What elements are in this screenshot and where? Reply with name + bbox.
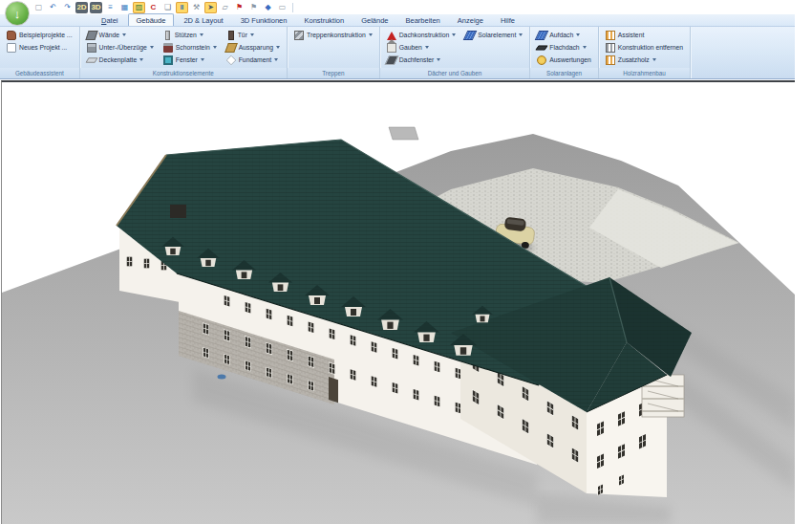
example-projects-icon: [7, 31, 16, 40]
remove-construction-icon: [606, 43, 615, 53]
view-3d-icon[interactable]: 3D: [90, 2, 102, 13]
evaluation-icon: [537, 55, 546, 65]
zusatzholz-button[interactable]: Zusatzholz: [603, 54, 686, 66]
roof-red-icon[interactable]: ⚑: [233, 2, 246, 13]
render-view-icon[interactable]: ▨: [133, 2, 145, 13]
treppenkonstruktion-button[interactable]: Treppenkonstruktion: [291, 29, 375, 41]
assistent-button[interactable]: Assistent: [603, 29, 686, 41]
dropdown-arrow-icon: [583, 46, 587, 49]
fenster-button[interactable]: Fenster: [160, 54, 220, 66]
aussparung-button[interactable]: Aussparung: [224, 41, 283, 54]
select-cursor-icon[interactable]: ➤: [204, 2, 217, 13]
redo-icon[interactable]: ↷: [61, 2, 74, 13]
ribbon-group-holzrahmenbau: Assistent Konstruktion entfernen Zusatzh…: [599, 27, 691, 78]
dropdown-arrow-icon: [200, 33, 203, 36]
flat-roof-solar-icon: [536, 45, 548, 50]
tab-2d-layout[interactable]: 2D & Layout: [176, 14, 230, 26]
dropdown-arrow-icon: [150, 46, 154, 49]
tab-konstruktion[interactable]: Konstruktion: [296, 14, 352, 26]
ribbon-group-daecher-und-gauben: Dachkonstruktion Gauben Dachfenster Sola…: [380, 27, 531, 78]
grid-view-icon[interactable]: ▦: [118, 2, 131, 13]
dropdown-arrow-icon: [213, 46, 217, 49]
chimney-icon: [163, 43, 173, 53]
group-label: Gebäudeassistent: [0, 68, 79, 78]
rooftop-structure: [389, 127, 418, 140]
roof-grey-icon[interactable]: ⚑: [247, 2, 260, 13]
stuetzen-button[interactable]: Stützen: [160, 29, 220, 41]
tab-datei[interactable]: Datei: [94, 14, 126, 26]
tab-gebaeude[interactable]: Gebäude: [128, 13, 175, 26]
recess-icon: [224, 43, 238, 53]
ribbon-group-gebaeudeassistent: Beispielprojekte ... Neues Projekt ... G…: [0, 27, 80, 78]
dormer-icon: [387, 43, 396, 53]
tab-3d-funktionen[interactable]: 3D Funktionen: [233, 14, 295, 26]
schornstein-button[interactable]: Schornstein: [160, 41, 220, 54]
tab-gelaende[interactable]: Gelände: [353, 14, 395, 26]
auswertungen-button[interactable]: Auswertungen: [534, 54, 593, 66]
tuer-button[interactable]: Tür: [224, 29, 283, 41]
group-label: Solaranlagen: [530, 68, 597, 78]
extra-timber-icon: [606, 55, 615, 65]
new-box-icon[interactable]: ▭: [276, 2, 288, 13]
tab-anzeige[interactable]: Anzeige: [450, 14, 491, 26]
dropdown-arrow-icon: [425, 46, 429, 49]
unter-ueberzuege-button[interactable]: Unter-/Überzüge: [84, 41, 157, 54]
dropdown-arrow-icon: [437, 58, 440, 61]
entrance-door: [329, 377, 338, 403]
dropdown-arrow-icon: [452, 33, 456, 36]
application-window: ↓ ▢ ↶ ↷ 2D 3D ≡ ▦ ▨ C ❏ ‖ ⚒ ➤ ▱ ⚑ ⚑ ◆ ▭ …: [0, 0, 795, 524]
konstruktion-entfernen-button[interactable]: Konstruktion entfernen: [603, 41, 686, 54]
solarelement-button[interactable]: Solarelement: [462, 29, 525, 41]
window-popout-icon[interactable]: ▱: [219, 2, 231, 13]
rooftop-solar-icon: [535, 31, 549, 40]
view-2d-icon[interactable]: 2D: [75, 2, 88, 13]
waende-button[interactable]: Wände: [84, 29, 157, 41]
group-label: Treppen: [288, 68, 379, 78]
neues-projekt-button[interactable]: Neues Projekt ...: [4, 41, 75, 54]
down-arrow-icon: ↓: [14, 7, 21, 21]
copy-view-icon[interactable]: ❏: [161, 2, 174, 13]
ribbon-empty-space: [691, 27, 795, 78]
app-menu-button[interactable]: ↓: [5, 1, 30, 26]
beispielprojekte-button[interactable]: Beispielprojekte ...: [4, 29, 75, 41]
dropdown-arrow-icon: [576, 33, 580, 36]
ribbon: Beispielprojekte ... Neues Projekt ... G…: [0, 27, 795, 79]
foundation-icon: [225, 55, 236, 65]
group-label: Konstruktionselemente: [80, 68, 287, 78]
undo-icon[interactable]: ↶: [47, 2, 59, 13]
aufdach-button[interactable]: Aufdach: [534, 29, 593, 41]
dropdown-arrow-icon: [369, 33, 373, 36]
gauben-button[interactable]: Gauben: [384, 41, 459, 54]
window-icon: [163, 55, 173, 65]
quick-access-toolbar: ▢ ↶ ↷ 2D 3D ≡ ▦ ▨ C ❏ ‖ ⚒ ➤ ▱ ⚑ ⚑ ◆ ▭: [32, 1, 295, 13]
door-icon: [228, 31, 234, 40]
dropdown-arrow-icon: [139, 58, 143, 61]
group-label: Dächer und Gauben: [380, 68, 530, 78]
tools-icon[interactable]: ⚒: [190, 2, 203, 13]
section-bars-icon[interactable]: ‖: [176, 2, 188, 13]
wall-icon: [85, 31, 97, 40]
layers-icon[interactable]: ≡: [104, 2, 117, 13]
tab-hilfe[interactable]: Hilfe: [493, 14, 523, 26]
chimney: [170, 205, 186, 218]
small-blue-object: [218, 375, 226, 380]
title-bar: ↓ ▢ ↶ ↷ 2D 3D ≡ ▦ ▨ C ❏ ‖ ⚒ ➤ ▱ ⚑ ⚑ ◆ ▭: [0, 0, 795, 14]
ribbon-group-konstruktionselemente: Wände Unter-/Überzüge Deckenplatte Stütz…: [80, 27, 288, 78]
fundament-button[interactable]: Fundament: [224, 54, 283, 66]
ribbon-group-solaranlagen: Aufdach Flachdach Auswertungen Solaranla…: [530, 27, 598, 78]
rotate-view-icon[interactable]: C: [147, 2, 160, 13]
column-icon: [165, 31, 170, 40]
dachfenster-button[interactable]: Dachfenster: [384, 54, 459, 66]
deckenplatte-button[interactable]: Deckenplatte: [84, 54, 157, 66]
flachdach-button[interactable]: Flachdach: [534, 41, 593, 54]
solar-panel-icon: [463, 31, 478, 40]
3d-viewport[interactable]: [1, 80, 795, 524]
dropdown-arrow-icon: [652, 58, 656, 61]
dropdown-arrow-icon: [122, 33, 126, 36]
stairs-icon: [294, 31, 304, 40]
solar-wedge-icon[interactable]: ◆: [262, 2, 274, 13]
dropdown-arrow-icon: [519, 33, 523, 36]
new-document-icon[interactable]: ▢: [32, 2, 45, 13]
tab-bearbeiten[interactable]: Bearbeiten: [398, 14, 448, 26]
toolbar-separator: [292, 3, 293, 12]
